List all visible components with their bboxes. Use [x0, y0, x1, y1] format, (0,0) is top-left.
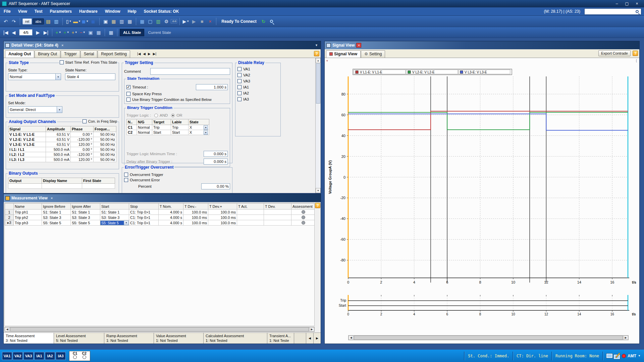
tab-serial[interactable]: Serial: [80, 50, 98, 58]
measurement-row-header[interactable]: ▸3: [5, 220, 14, 226]
report-view-icon[interactable]: ▥: [155, 18, 162, 25]
btc-cell[interactable]: C1: [127, 125, 137, 130]
menu-item-test[interactable]: Test: [31, 8, 46, 15]
analog-cell[interactable]: V L1-E: V L1-E: [8, 132, 46, 137]
comment-input[interactable]: [150, 68, 230, 75]
channel-button-ia2[interactable]: IA2: [45, 352, 55, 360]
first-state-icon[interactable]: |◀: [2, 29, 9, 36]
timeout-checkbox[interactable]: ✓ Timeout :: [126, 85, 148, 89]
channel-button-va1[interactable]: VA1: [2, 352, 12, 360]
disable-relay-ia2-checkbox-box[interactable]: [237, 91, 241, 95]
disable-relay-va1-checkbox-box[interactable]: [237, 67, 241, 71]
goto-state-icon[interactable]: ▦: [107, 29, 115, 36]
analog-cell[interactable]: 120.00 °: [71, 157, 94, 162]
measurement-view-header[interactable]: Measurement View ×: [4, 194, 321, 202]
measurement-cell[interactable]: C1: Trip 0>1: [129, 215, 159, 220]
copy-icon[interactable]: ▣: [102, 18, 109, 25]
analog-cell[interactable]: 63.51 V: [46, 142, 71, 147]
channel-button-ia1[interactable]: IA1: [34, 352, 44, 360]
use-binary-trigger-checkbox[interactable]: Use Binary Trigger Condition as Specifie…: [126, 98, 212, 102]
analog-row[interactable]: I L1: I L1500.0 mA0.00 °50.00 Hz: [8, 147, 116, 152]
analog-cell[interactable]: 120.00 °: [71, 142, 94, 147]
analog-cell[interactable]: 0.00 °: [71, 147, 94, 152]
measurement-cell[interactable]: S5: State 5: [42, 220, 71, 226]
disable-relay-va3-checkbox-box[interactable]: [237, 79, 241, 83]
analog-cell[interactable]: 50.00 Hz: [94, 152, 116, 157]
scroll-right-icon[interactable]: ▶: [309, 327, 314, 331]
tab-analog-out[interactable]: Analog Out: [5, 50, 34, 58]
undo-icon[interactable]: ↶: [2, 18, 9, 25]
assessment-tab-level-assessment[interactable]: Level Assessment5: Not Tested: [54, 333, 104, 344]
current-state-button[interactable]: Current State: [145, 29, 174, 36]
scroll-left-icon[interactable]: ◀: [5, 327, 10, 331]
tabs-scroll-right-icon[interactable]: ▶: [313, 333, 321, 344]
scroll-right-icon[interactable]: ▶: [623, 336, 628, 340]
trigger-logic-min-time-input[interactable]: 0.000 s: [204, 151, 228, 157]
scroll-thumb[interactable]: [354, 336, 623, 340]
tab-report-setting[interactable]: Report Setting: [98, 50, 130, 58]
btc-cell[interactable]: Normal: [137, 125, 152, 130]
timeout-input[interactable]: 1.000 s: [196, 84, 228, 90]
disable-relay-va1-checkbox[interactable]: VA1: [237, 67, 278, 71]
signal-horizontal-scrollbar[interactable]: ◀ ▶: [348, 335, 629, 340]
measurement-cell[interactable]: [264, 220, 291, 226]
disable-relay-ia1-checkbox[interactable]: IA1: [237, 85, 278, 89]
analog-row[interactable]: I L2: I L2500.0 mA-120.00 °50.00 Hz: [8, 152, 116, 157]
analog-row[interactable]: V L2-E: V L2-E63.51 V-120.00 °50.00 Hz: [8, 137, 116, 142]
assessment-cell[interactable]: [291, 209, 315, 215]
measurement-cell[interactable]: S3: State 3: [71, 215, 100, 220]
monitor-view-icon[interactable]: ▢: [147, 18, 154, 25]
run-icon[interactable]: ▶▼: [182, 18, 190, 25]
reconnect-icon[interactable]: ↻: [260, 18, 267, 25]
measurement-cell[interactable]: 4.000 s: [159, 220, 183, 226]
tab-binary-out[interactable]: Binary Out: [35, 50, 60, 58]
measurement-cell[interactable]: S5: State 5: [71, 220, 100, 226]
save-all-icon[interactable]: ◼: [90, 18, 97, 25]
analog-cell[interactable]: 50.00 Hz: [94, 137, 116, 142]
overcurrent-error-checkbox-box[interactable]: [124, 178, 128, 182]
btc-cell[interactable]: Start: [152, 130, 171, 135]
btc-cell[interactable]: Normal: [137, 130, 152, 135]
menu-item-file[interactable]: File: [0, 8, 14, 15]
state-counter[interactable]: 4/5: [19, 29, 33, 36]
disable-relay-ia3-checkbox-box[interactable]: [237, 97, 241, 101]
measurement-cell[interactable]: S1: State 1: [42, 209, 71, 215]
signal-chart[interactable]: -80-60-40-200204060800022446688101012121…: [325, 58, 639, 326]
channel-button-va3[interactable]: VA3: [23, 352, 34, 360]
analog-row[interactable]: I L3: I L3500.0 mA120.00 °50.00 Hz: [8, 157, 116, 162]
measurement-cell[interactable]: Trip ph2: [14, 215, 42, 220]
delay-after-trigger-input[interactable]: 0.000 s: [204, 159, 228, 165]
last-record-icon[interactable]: ▶|: [153, 52, 156, 56]
analog-cell[interactable]: I L3: I L3: [8, 157, 46, 162]
measurement-horizontal-scrollbar[interactable]: ◀ ▶: [4, 327, 315, 332]
space-key-checkbox-box[interactable]: [126, 92, 130, 96]
measurement-start-combo-cell[interactable]: S5: State 5▼: [100, 220, 129, 226]
settings-icon[interactable]: ⚙: [163, 18, 170, 25]
start-time-ref-checkbox-box[interactable]: [60, 60, 64, 64]
menu-item-socket-status-ok[interactable]: Socket Status: OK: [140, 8, 183, 15]
analog-cell[interactable]: -120.00 °: [71, 137, 94, 142]
measurement-row[interactable]: 2Trip ph2S3: State 3S3: State 3S3: State…: [5, 215, 315, 220]
signal-help-button[interactable]: ?: [633, 51, 638, 56]
tabs-scroll-left-icon[interactable]: ◀: [306, 333, 313, 344]
amplitude-sliders-icon[interactable]: ▤: [45, 18, 52, 25]
assessment-tab-calculated-assessment[interactable]: Calculated Assessment1: Not Tested: [204, 333, 267, 344]
scroll-left-icon[interactable]: ◀: [348, 336, 354, 340]
next-record-icon[interactable]: ▶: [148, 52, 151, 56]
paste-state-icon[interactable]: ▦: [95, 29, 102, 36]
btc-row[interactable]: C2NormalStartStartX▼: [127, 130, 209, 135]
precision-icon[interactable]: .0.0: [171, 19, 177, 23]
assessment-cell[interactable]: [291, 215, 315, 220]
percent-input[interactable]: 0.00 %: [201, 183, 230, 189]
add-state-icon[interactable]: +▼: [55, 29, 62, 36]
rel-button[interactable]: rel: [22, 18, 32, 24]
step-run-icon[interactable]: ▶: [190, 18, 198, 25]
channel-button-ia3[interactable]: IA3: [56, 352, 66, 360]
analog-row[interactable]: V L3-E: V L3-E63.51 V120.00 °50.00 Hz: [8, 142, 116, 147]
analog-cell[interactable]: I L2: I L2: [8, 152, 46, 157]
remove-state-icon[interactable]: −▼: [79, 29, 86, 36]
analog-cell[interactable]: -120.00 °: [71, 152, 94, 157]
scroll-down-icon[interactable]: ▼: [316, 188, 321, 193]
abort-icon[interactable]: ×: [206, 18, 214, 25]
abs-button[interactable]: abs: [33, 18, 44, 24]
